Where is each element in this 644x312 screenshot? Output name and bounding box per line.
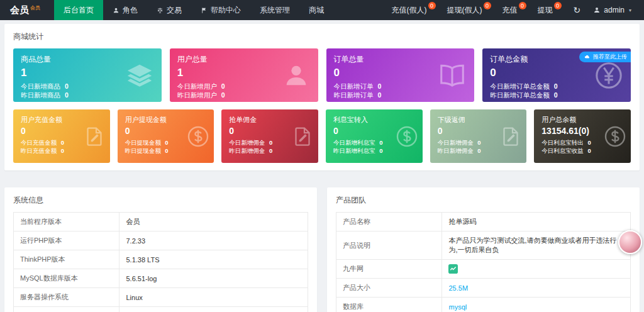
top-navbar: 会员会员 后台首页角色交易帮助中心系统管理商城 充值(假人)0提现(假人)0充值… bbox=[0, 0, 644, 20]
cloud-icon bbox=[583, 53, 591, 61]
stat-card[interactable]: 下级返佣0今日新增佣金 0昨日新增佣金 0 bbox=[430, 109, 527, 163]
system-info-title: 系统信息 bbox=[13, 195, 308, 212]
dollar-icon bbox=[604, 125, 626, 148]
stat-card-line: 昨日提现金额 0 bbox=[125, 147, 207, 155]
nav-badge-label: 充值(假人) bbox=[392, 6, 427, 14]
nav-item-1[interactable]: 角色 bbox=[103, 0, 147, 20]
user-icon bbox=[593, 6, 601, 14]
brand-text: 会员 bbox=[10, 4, 29, 15]
yen-icon bbox=[594, 61, 623, 90]
stat-card-title: 用户提现金额 bbox=[125, 115, 207, 125]
customer-service-avatar[interactable] bbox=[618, 230, 642, 254]
stat-card-title: 用户充值金额 bbox=[21, 115, 103, 125]
table-row: 九牛网 bbox=[336, 260, 631, 279]
table-row: 产品大小25.5M bbox=[336, 279, 631, 298]
table-row: 产品名称抢单源码 bbox=[336, 213, 631, 231]
row-value: 本产品只为学习测试交流,请勿要做商业或者用于违法行为,一切后果自负 bbox=[442, 231, 631, 260]
user-icon bbox=[282, 61, 311, 90]
stats-row-2: 用户充值金额0今日充值金额 0昨日充值金额 0用户提现金额0今日提现金额 0昨日… bbox=[13, 109, 631, 163]
nav-item-0[interactable]: 后台首页 bbox=[54, 0, 103, 20]
main-content: 商城统计 商品总量1今日新增商品 0昨日新增商品 0用户总量1今日新增用户 0昨… bbox=[0, 20, 644, 312]
table-row: ThinkPHP版本5.1.38 LTS bbox=[14, 250, 308, 269]
stat-card[interactable]: 利息宝转入0今日新增利息宝 0昨日新增利息宝 0 bbox=[326, 109, 423, 163]
row-value: 抢单源码 bbox=[442, 213, 631, 231]
stat-card[interactable]: 用户充值金额0今日充值金额 0昨日充值金额 0 bbox=[13, 109, 110, 163]
nav-item-2[interactable]: 交易 bbox=[147, 0, 191, 20]
brand-sup: 会员 bbox=[30, 5, 40, 11]
nav-badge-label: 提现 bbox=[538, 6, 553, 14]
nav-item-5[interactable]: 商城 bbox=[299, 0, 333, 20]
stat-card-line: 昨日新增订单 0 bbox=[334, 91, 467, 99]
table-row: MySQL数据库版本5.6.51-log bbox=[14, 269, 308, 288]
nav-badge-item-3[interactable]: 提现0 bbox=[532, 5, 567, 16]
nav-badge-label: 充值 bbox=[502, 6, 518, 14]
nav-badge-group: 充值(假人)0提现(假人)0充值0提现0 bbox=[386, 5, 567, 16]
stats-panel: 商城统计 商品总量1今日新增商品 0昨日新增商品 0用户总量1今日新增用户 0昨… bbox=[4, 24, 640, 170]
product-link[interactable]: 25.5M bbox=[448, 284, 468, 292]
stat-card[interactable]: 抢单佣金0今日新增佣金 0昨日新增佣金 0 bbox=[221, 109, 318, 163]
nav-item-4[interactable]: 系统管理 bbox=[250, 0, 299, 20]
stat-card-line: 今日利息宝收益 0 bbox=[541, 147, 623, 155]
scale-icon bbox=[157, 7, 164, 14]
nav-item-3[interactable]: 帮助中心 bbox=[191, 0, 250, 20]
system-info-panel: 系统信息 当前程序版本会员运行PHP版本7.2.33ThinkPHP版本5.1.… bbox=[4, 187, 317, 312]
stat-card[interactable]: 用户提现金额0今日提现金额 0昨日提现金额 0 bbox=[118, 109, 214, 163]
stats-panel-title: 商城统计 bbox=[13, 31, 631, 48]
table-row: 服务器操作系统Linux bbox=[14, 288, 308, 307]
nav-item-label: 角色 bbox=[123, 5, 138, 16]
stat-card[interactable]: 用户总量1今日新增用户 0昨日新增用户 0 bbox=[170, 48, 318, 102]
nav-badge-item-0[interactable]: 充值(假人)0 bbox=[386, 5, 441, 16]
table-row: 产品说明本产品只为学习测试交流,请勿要做商业或者用于违法行为,一切后果自负 bbox=[336, 231, 631, 260]
dollar-icon bbox=[187, 125, 209, 148]
stat-card-title: 下级返佣 bbox=[438, 115, 519, 125]
stat-card-line: 昨日新增订单总金额 0 bbox=[490, 91, 623, 99]
row-label: 当前程序版本 bbox=[14, 213, 119, 231]
user-name: admin bbox=[604, 6, 625, 14]
stat-card-line: 昨日新增佣金 0 bbox=[229, 147, 311, 155]
jiuniu-icon bbox=[448, 264, 624, 274]
stat-card[interactable]: 用户总余额13154.61(0)今日利息宝转出 0今日利息宝收益 0 bbox=[534, 109, 631, 163]
stat-card-line: 昨日新增用户 0 bbox=[177, 91, 311, 99]
user-icon bbox=[113, 7, 119, 14]
row-value: fpm-fcgi bbox=[119, 307, 308, 312]
stat-card[interactable]: 推荐至此上传订单总金额0今日新增订单总金额 0昨日新增订单总金额 0 bbox=[482, 48, 631, 102]
nav-badge-item-2[interactable]: 充值0 bbox=[497, 5, 532, 16]
nav-right: 充值(假人)0提现(假人)0充值0提现0 ↻ admin ▾ bbox=[386, 5, 644, 16]
row-label: WEB运行环境 bbox=[14, 307, 119, 312]
stats-row-1: 商品总量1今日新增商品 0昨日新增商品 0用户总量1今日新增用户 0昨日新增用户… bbox=[13, 48, 631, 102]
row-label: MySQL数据库版本 bbox=[14, 269, 119, 288]
bottom-panels: 系统信息 当前程序版本会员运行PHP版本7.2.33ThinkPHP版本5.1.… bbox=[4, 187, 640, 312]
nav-item-label: 交易 bbox=[167, 5, 182, 16]
stat-card-title: 抢单佣金 bbox=[229, 115, 311, 125]
stat-card-line: 昨日新增利息宝 0 bbox=[333, 147, 415, 155]
stat-card-line: 昨日充值金额 0 bbox=[21, 147, 103, 155]
nav-badge-item-1[interactable]: 提现(假人)0 bbox=[441, 5, 497, 16]
count-badge: 0 bbox=[519, 2, 526, 9]
docedit-icon bbox=[83, 125, 106, 148]
main-nav: 后台首页角色交易帮助中心系统管理商城 bbox=[54, 0, 333, 20]
row-value: 会员 bbox=[119, 213, 308, 231]
row-value: 5.6.51-log bbox=[119, 269, 308, 288]
user-menu[interactable]: admin ▾ bbox=[587, 6, 635, 14]
nav-item-label: 帮助中心 bbox=[211, 5, 241, 16]
book-icon bbox=[438, 61, 467, 90]
nav-badge-label: 提现(假人) bbox=[447, 6, 482, 14]
flag-icon bbox=[201, 7, 208, 14]
dollar-icon bbox=[396, 125, 418, 148]
row-label: 服务器操作系统 bbox=[14, 288, 119, 307]
product-link[interactable]: mysql bbox=[448, 303, 467, 311]
refresh-icon[interactable]: ↻ bbox=[567, 5, 587, 15]
count-badge: 0 bbox=[554, 2, 562, 9]
caret-down-icon: ▾ bbox=[629, 8, 631, 13]
row-label: 运行PHP版本 bbox=[14, 231, 119, 250]
row-value: mysql bbox=[442, 298, 631, 312]
stat-card[interactable]: 订单总量0今日新增订单 0昨日新增订单 0 bbox=[326, 48, 475, 102]
nav-item-label: 系统管理 bbox=[260, 5, 290, 16]
upload-pill[interactable]: 推荐至此上传 bbox=[579, 52, 631, 62]
row-value bbox=[442, 260, 631, 279]
stat-card-line: 昨日新增商品 0 bbox=[21, 91, 154, 99]
stat-card[interactable]: 商品总量1今日新增商品 0昨日新增商品 0 bbox=[13, 48, 162, 102]
nav-item-label: 后台首页 bbox=[64, 5, 94, 16]
brand-logo[interactable]: 会员会员 bbox=[0, 4, 54, 16]
product-team-panel: 产品团队 产品名称抢单源码产品说明本产品只为学习测试交流,请勿要做商业或者用于违… bbox=[327, 187, 640, 312]
